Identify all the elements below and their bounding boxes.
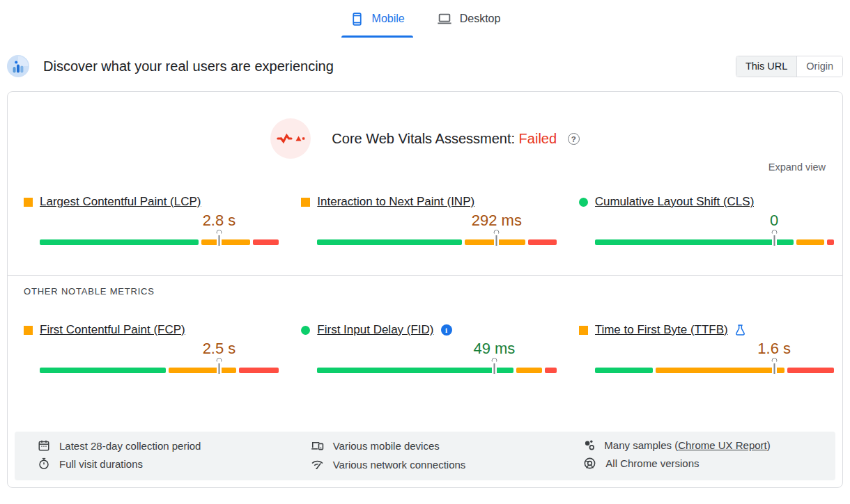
metric-block: Largest Contentful Paint (LCP) i 2.8 s (24, 195, 279, 245)
metric-block: First Input Delay (FID) i 49 ms (301, 323, 556, 373)
collection-period-item: Latest 28-day collection period (31, 439, 281, 452)
tab-desktop-label: Desktop (460, 13, 501, 25)
metric-name-link[interactable]: First Contentful Paint (FCP) (40, 323, 185, 337)
good-segment (317, 368, 513, 373)
crux-report-link[interactable]: Chrome UX Report (678, 439, 767, 451)
flask-icon (735, 324, 745, 336)
metric-rating-bullet (579, 198, 588, 207)
good-segment (317, 239, 462, 245)
p75-marker (216, 230, 222, 246)
metric-p75-value: 2.5 s (203, 340, 236, 358)
metric-block: Interaction to Next Paint (INP) i 292 ms (301, 195, 556, 245)
poor-segment (827, 239, 834, 245)
metric-p75-value: 0 (770, 212, 778, 230)
poor-segment (253, 239, 279, 245)
metric-rating-bullet (301, 198, 310, 207)
good-segment (40, 239, 199, 245)
network-item: Various network connections (304, 458, 555, 471)
mobile-icon (350, 12, 364, 26)
metric-name-link[interactable]: Time to First Byte (TTFB) (595, 323, 728, 337)
metric-rating-bullet (24, 326, 33, 335)
devices-icon (311, 439, 324, 452)
metric-block: First Contentful Paint (FCP) i 2.5 s (24, 323, 279, 373)
samples-item: Many samples (Chrome UX Report) (576, 439, 827, 451)
metric-distribution-bar (595, 368, 834, 373)
metric-block: Cumulative Layout Shift (CLS) i 0 (579, 195, 834, 245)
desktop-icon (437, 11, 452, 26)
metric-rating-bullet (579, 326, 588, 335)
poor-segment (239, 368, 279, 373)
metric-block: Time to First Byte (TTFB) i 1.6 s (579, 323, 834, 373)
metric-rating-bullet (24, 198, 33, 207)
chrome-versions-item: All Chrome versions (576, 457, 827, 470)
p75-marker (771, 230, 778, 246)
p75-marker (491, 358, 497, 374)
metric-distribution-bar (317, 239, 556, 245)
needs-improvement-segment (169, 368, 236, 373)
tab-mobile-label: Mobile (372, 13, 405, 25)
visit-durations-item: Full visit durations (31, 457, 281, 470)
metric-rating-bullet (301, 326, 310, 335)
p75-marker (771, 358, 778, 374)
needs-improvement-segment (201, 239, 250, 245)
poor-segment (528, 239, 556, 245)
scope-this-url-button[interactable]: This URL (736, 56, 797, 77)
info-icon[interactable]: i (441, 324, 452, 336)
scope-toggle: This URL Origin (736, 56, 843, 77)
p75-marker (493, 230, 500, 246)
cwv-assessment-title: Core Web Vitals Assessment: Failed ? (332, 131, 579, 147)
metric-distribution-bar (595, 239, 834, 245)
cwv-card: Core Web Vitals Assessment: Failed ? Exp… (7, 91, 843, 488)
poor-segment (545, 368, 557, 373)
needs-improvement-segment (516, 368, 542, 373)
expand-view-link[interactable]: Expand view (8, 162, 842, 173)
metric-p75-value: 292 ms (472, 212, 522, 230)
good-segment (595, 368, 654, 373)
page-title: Discover what your real users are experi… (43, 58, 736, 74)
metric-name-link[interactable]: First Input Delay (FID) (317, 323, 433, 337)
help-icon[interactable]: ? (568, 133, 580, 145)
needs-improvement-segment (796, 239, 824, 245)
metric-p75-value: 2.8 s (203, 212, 236, 230)
other-metrics-row: First Contentful Paint (FCP) i 2.5 s (8, 323, 842, 373)
network-icon (311, 458, 324, 471)
calendar-icon (38, 439, 50, 452)
devices-item: Various mobile devices (304, 439, 555, 452)
scope-origin-button[interactable]: Origin (797, 56, 842, 77)
field-data-header: Discover what your real users are experi… (7, 55, 843, 77)
stopwatch-icon (38, 457, 50, 470)
tab-desktop[interactable]: Desktop (424, 3, 513, 38)
core-metrics-row: Largest Contentful Paint (LCP) i 2.8 s (8, 195, 842, 245)
samples-icon (583, 439, 595, 451)
data-collection-footer: Latest 28-day collection period Full vis… (15, 432, 835, 480)
metric-p75-value: 49 ms (473, 340, 515, 358)
metric-distribution-bar (40, 239, 279, 245)
metric-p75-value: 1.6 s (757, 340, 791, 358)
metric-name-link[interactable]: Cumulative Layout Shift (CLS) (595, 195, 755, 209)
field-data-icon (7, 55, 29, 77)
poor-segment (787, 368, 834, 373)
needs-improvement-segment (656, 368, 784, 373)
other-metrics-heading: OTHER NOTABLE METRICS (8, 276, 842, 297)
metric-name-link[interactable]: Largest Contentful Paint (LCP) (40, 195, 201, 209)
metric-name-link[interactable]: Interaction to Next Paint (INP) (317, 195, 474, 209)
good-segment (40, 368, 166, 373)
metric-distribution-bar (317, 368, 556, 373)
device-tabs: Mobile Desktop (0, 0, 850, 38)
chrome-icon (583, 457, 596, 470)
tab-mobile[interactable]: Mobile (337, 3, 417, 38)
cwv-assessment-header: Core Web Vitals Assessment: Failed ? (8, 92, 842, 159)
metric-distribution-bar (40, 368, 279, 373)
assessment-result: Failed (519, 131, 557, 146)
good-segment (595, 239, 794, 245)
p75-marker (216, 358, 222, 374)
heartbeat-icon (270, 118, 311, 159)
